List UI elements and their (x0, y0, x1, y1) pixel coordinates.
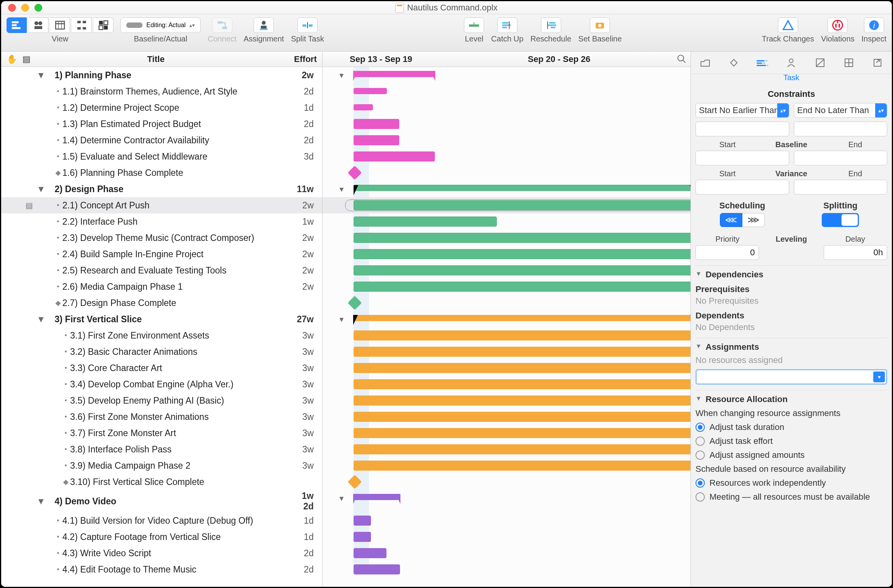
task-row[interactable]: ▤•2.1) Concept Art Push2w (1, 197, 322, 213)
gantt-bar[interactable] (354, 249, 690, 259)
gantt-bar[interactable] (354, 265, 690, 275)
gantt-bar[interactable] (354, 428, 690, 438)
gantt-row[interactable] (323, 545, 690, 561)
gantt-row[interactable] (323, 262, 690, 279)
baseline-actual-dropdown[interactable]: Editing: Actual ▴▾ (120, 17, 201, 33)
baseline-start-input[interactable] (696, 151, 789, 165)
view-gantt-button[interactable] (7, 17, 27, 33)
gantt-row[interactable] (323, 100, 690, 116)
gantt-row[interactable] (323, 230, 690, 246)
inspector-tab-resource[interactable] (781, 55, 802, 70)
gantt-row[interactable] (323, 392, 690, 409)
gantt-bar[interactable] (354, 532, 371, 542)
gantt-bar[interactable] (354, 412, 690, 422)
track-changes-button[interactable] (778, 17, 798, 33)
gantt-row[interactable] (323, 360, 690, 376)
gantt-row[interactable] (323, 376, 690, 392)
gantt-milestone[interactable] (348, 166, 362, 180)
gantt-row[interactable]: ▼ (323, 490, 690, 512)
gantt-row[interactable] (323, 512, 690, 529)
gantt-row[interactable] (323, 165, 690, 181)
search-icon[interactable] (677, 54, 687, 64)
task-row[interactable]: •1.3) Plan Estimated Project Budget2d (1, 116, 322, 132)
gantt-row[interactable] (323, 327, 690, 344)
view-resources-button[interactable] (29, 17, 48, 33)
splitting-switch[interactable] (822, 213, 859, 227)
minimize-button[interactable] (21, 4, 29, 12)
inspector-tab-task[interactable] (752, 55, 773, 70)
resourcealloc-disclosure[interactable]: ▼ (696, 395, 702, 402)
inspect-button[interactable]: i (864, 17, 884, 33)
scheduling-alap-button[interactable]: ⋙ (742, 213, 765, 227)
gantt-row[interactable]: ▼ (323, 311, 690, 327)
task-row[interactable]: •4.4) Edit Footage to Theme Music2d (1, 561, 322, 578)
zoom-button[interactable] (34, 4, 42, 12)
close-button[interactable] (8, 4, 16, 12)
task-row[interactable]: •3.3) Core Character Art3w (1, 360, 322, 376)
gantt-disclosure[interactable]: ▼ (338, 186, 345, 194)
gantt-row[interactable] (323, 83, 690, 100)
inspector-tab-milestones[interactable] (723, 55, 744, 70)
inspector-tab-project[interactable] (695, 55, 716, 70)
gantt-row[interactable] (323, 441, 690, 457)
gantt-disclosure[interactable]: ▼ (338, 316, 345, 324)
gantt-bar[interactable] (354, 282, 690, 292)
dependencies-disclosure[interactable]: ▼ (696, 270, 702, 277)
task-row[interactable]: •4.3) Write Video Script2d (1, 545, 322, 561)
gantt-bar[interactable] (354, 200, 690, 210)
gantt-bar[interactable] (354, 151, 435, 162)
task-row[interactable]: •1.4) Determine Contractor Availability2… (1, 132, 322, 148)
note-column-icon[interactable]: ▤ (22, 54, 31, 64)
inspector-tab-styles[interactable] (810, 55, 831, 70)
task-row[interactable]: •3.6) First Zone Monster Animations3w (1, 409, 322, 425)
baseline-end-input[interactable] (794, 151, 888, 165)
task-row[interactable]: •4.1) Build Version for Video Capture (D… (1, 512, 322, 529)
disclosure-triangle[interactable]: ▼ (36, 184, 46, 194)
gantt-row[interactable] (323, 132, 690, 148)
task-row[interactable]: ◆2.7) Design Phase Complete (1, 295, 322, 311)
task-row[interactable]: •1.1) Brainstorm Themes, Audience, Art S… (1, 83, 322, 100)
task-row[interactable]: •4.2) Capture Footage from Vertical Slic… (1, 529, 322, 545)
task-row[interactable]: •2.6) Media Campaign Phase 12w (1, 279, 322, 295)
gantt-row[interactable] (323, 561, 690, 578)
gantt-bar[interactable] (354, 444, 690, 454)
assignments-disclosure[interactable]: ▼ (696, 343, 702, 350)
gantt-bar[interactable] (354, 564, 400, 574)
reschedule-button[interactable] (541, 17, 561, 33)
catchup-button[interactable] (497, 17, 517, 33)
ra-option-effort[interactable]: Adjust task effort (696, 436, 887, 446)
task-row[interactable]: ▼2) Design Phase11w (1, 181, 322, 197)
task-row[interactable]: •2.3) Develop Theme Music (Contract Comp… (1, 230, 322, 246)
view-network-button[interactable] (72, 17, 92, 33)
task-row[interactable]: •3.2) Basic Character Animations3w (1, 344, 322, 360)
sb-option-independent[interactable]: Resources work independently (696, 478, 887, 488)
gantt-row[interactable]: ▼ (323, 67, 690, 83)
end-constraint-dropdown[interactable]: End No Later Than▴▾ (794, 103, 888, 118)
task-row[interactable]: •2.2) Interface Push1w (1, 213, 322, 230)
task-row[interactable]: ▼4) Demo Video1w2d (1, 490, 322, 512)
level-button[interactable] (464, 17, 484, 33)
gantt-bar[interactable] (354, 135, 399, 145)
gantt-row[interactable] (323, 425, 690, 441)
gantt-disclosure[interactable]: ▼ (338, 495, 345, 503)
task-row[interactable]: •1.2) Determine Project Scope1d (1, 100, 322, 116)
gantt-row[interactable] (323, 529, 690, 545)
gantt-bar[interactable] (354, 461, 690, 471)
gantt-row[interactable] (323, 197, 690, 213)
gantt-bar[interactable] (354, 233, 690, 243)
disclosure-triangle[interactable]: ▼ (36, 496, 46, 507)
gantt-bar[interactable] (354, 88, 387, 94)
split-task-button[interactable] (297, 17, 318, 33)
view-calendar-button[interactable] (50, 17, 70, 33)
scheduling-asap-button[interactable]: ⋘ (720, 213, 742, 227)
priority-input[interactable]: 0 (696, 245, 759, 260)
column-title[interactable]: Title (36, 54, 276, 64)
gantt-disclosure[interactable]: ▼ (338, 72, 345, 80)
ra-option-amounts[interactable]: Adjust assigned amounts (696, 450, 887, 460)
connect-button[interactable] (212, 17, 232, 33)
gantt-bar[interactable] (354, 363, 690, 373)
disclosure-triangle[interactable]: ▼ (36, 70, 46, 81)
disclosure-triangle[interactable]: ▼ (36, 314, 46, 325)
gantt-bar[interactable] (354, 71, 435, 77)
gantt-bar[interactable] (354, 185, 690, 191)
